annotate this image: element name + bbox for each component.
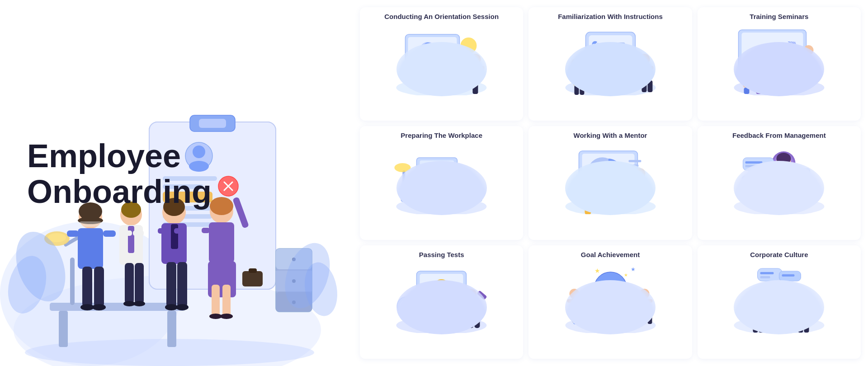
svg-rect-48 xyxy=(133,230,144,236)
svg-point-41 xyxy=(80,304,94,310)
card-title-8: Goal Achievement xyxy=(581,251,640,258)
card-illustration-9 xyxy=(705,262,854,334)
hero-illustration xyxy=(0,68,339,366)
card-illustration-1 xyxy=(367,24,516,96)
card-1[interactable]: Conducting An Orientation Session xyxy=(360,7,523,121)
card-illustration-2 xyxy=(536,24,684,96)
svg-rect-21 xyxy=(167,311,176,347)
svg-rect-38 xyxy=(103,230,116,237)
svg-rect-59 xyxy=(174,228,187,234)
card-illustration-4 xyxy=(367,143,516,215)
card-8[interactable]: Goal Achievement ★ ★ ★ xyxy=(528,245,692,359)
card-illustration-7 xyxy=(367,262,516,334)
svg-rect-6 xyxy=(199,119,226,128)
svg-rect-49 xyxy=(79,221,102,227)
svg-point-73 xyxy=(220,314,233,319)
svg-rect-19 xyxy=(50,303,185,311)
svg-text:★: ★ xyxy=(594,267,600,274)
card-9[interactable]: Corporate Culture xyxy=(698,245,861,359)
svg-rect-36 xyxy=(78,228,103,269)
svg-rect-39 xyxy=(82,267,92,307)
card-illustration-6 xyxy=(705,143,854,215)
svg-rect-74 xyxy=(242,271,263,286)
card-title-6: Feedback From Management xyxy=(732,131,826,139)
svg-rect-175 xyxy=(628,160,641,162)
card-title-3: Training Seminars xyxy=(750,13,808,20)
svg-text:★: ★ xyxy=(624,272,628,277)
svg-text:★: ★ xyxy=(631,266,636,272)
card-title-4: Preparing The Workplace xyxy=(401,131,482,139)
svg-rect-66 xyxy=(209,222,234,263)
svg-rect-58 xyxy=(158,228,170,234)
card-6[interactable]: Feedback From Management xyxy=(698,126,861,239)
card-title-2: Familiarization With Instructions xyxy=(558,13,663,20)
svg-rect-68 xyxy=(202,228,210,233)
card-5[interactable]: Working With a Mentor xyxy=(528,126,692,239)
svg-rect-57 xyxy=(171,224,178,249)
svg-rect-70 xyxy=(212,285,220,316)
svg-rect-252 xyxy=(760,276,770,278)
svg-point-63 xyxy=(176,304,189,310)
svg-point-72 xyxy=(209,314,222,319)
svg-rect-20 xyxy=(59,311,68,347)
card-title-5: Working With a Mentor xyxy=(574,131,647,139)
svg-point-62 xyxy=(165,304,178,310)
svg-rect-22 xyxy=(70,258,75,305)
card-illustration-8: ★ ★ ★ xyxy=(536,262,684,334)
svg-rect-51 xyxy=(135,263,144,304)
svg-rect-47 xyxy=(121,230,132,236)
card-title-9: Corporate Culture xyxy=(750,251,808,258)
svg-rect-255 xyxy=(782,274,794,277)
svg-rect-249 xyxy=(757,268,782,281)
svg-rect-75 xyxy=(249,268,257,273)
left-panel: Employee Onboarding xyxy=(0,0,353,366)
card-title-1: Conducting An Orientation Session xyxy=(384,13,499,20)
svg-rect-60 xyxy=(166,262,176,307)
cards-grid: Conducting An Orientation Session xyxy=(353,0,868,366)
page-title: Employee Onboarding xyxy=(27,138,326,210)
svg-rect-61 xyxy=(177,262,187,307)
svg-rect-50 xyxy=(125,263,134,304)
card-illustration-3: 85% 20% 35% 70% xyxy=(705,24,854,96)
card-3[interactable]: Training Seminars 85% 20% 35% 70% xyxy=(698,7,861,121)
svg-rect-71 xyxy=(222,285,231,316)
svg-rect-37 xyxy=(67,230,79,237)
svg-rect-46 xyxy=(128,226,134,253)
card-2[interactable]: Familiarization With Instructions xyxy=(528,7,692,121)
card-4[interactable]: Preparing The Workplace xyxy=(360,126,523,239)
card-illustration-5 xyxy=(536,143,684,215)
svg-rect-40 xyxy=(94,267,104,307)
card-title-7: Passing Tests xyxy=(419,251,464,258)
svg-rect-251 xyxy=(760,272,774,274)
svg-point-42 xyxy=(92,304,106,310)
card-7[interactable]: Passing Tests xyxy=(360,245,523,359)
svg-point-53 xyxy=(133,301,145,306)
